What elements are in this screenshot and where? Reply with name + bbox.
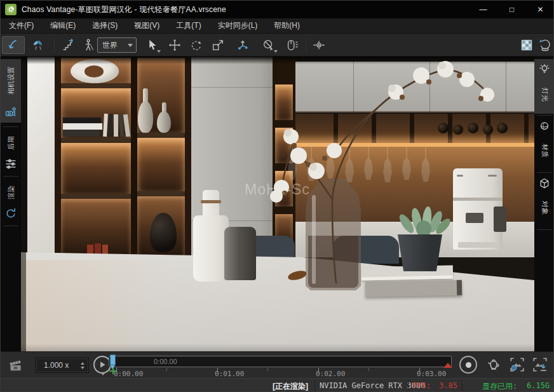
tick-minor [267, 368, 268, 371]
watermark: MoHe-Sc [245, 181, 310, 198]
menu-view[interactable]: 视图(V) [126, 18, 168, 34]
tab-camera-settings[interactable]: 相机设置 [1, 59, 21, 123]
select-tool-button[interactable] [142, 36, 162, 54]
chevron-down-icon [274, 50, 278, 53]
tick-label: 0:00.00 [114, 370, 143, 378]
menu-livesync[interactable]: 实时同步(L) [210, 18, 266, 34]
strip-separator [537, 172, 552, 173]
record-dot-icon [466, 362, 471, 368]
coordinate-space-select[interactable]: 世界 [97, 37, 137, 53]
snapshot-clock-icon [509, 356, 525, 373]
current-time-label: 0:00.00 [154, 358, 177, 365]
tick-label: 0:03.00 [417, 370, 446, 378]
tab-objects[interactable]: 对象 [534, 175, 554, 227]
play-icon [98, 360, 107, 369]
tab-post-processing[interactable]: 后期 [1, 129, 21, 173]
timeline-end-marker[interactable] [443, 363, 452, 368]
wings-icon [31, 38, 45, 52]
cotton-branch [21, 57, 534, 351]
menu-bar: 文件(F) 编辑(E) 选择(S) 视图(V) 工具(T) 实时同步(L) 帮助… [1, 18, 554, 34]
rotate-tool-button[interactable] [186, 36, 205, 54]
toolbar: 世界 曝光 1 [1, 34, 554, 57]
strip-separator [3, 176, 18, 177]
status-separator [314, 380, 315, 392]
object-cube-icon [538, 177, 551, 190]
menu-file[interactable]: 文件(F) [1, 18, 42, 34]
teapot-icon [485, 357, 503, 374]
scale-tool-button[interactable] [208, 36, 228, 54]
navigate-tool-button[interactable] [2, 36, 25, 54]
fps-label: FPS: [412, 381, 431, 390]
collision-toggle-button[interactable] [259, 36, 279, 54]
status-separator [462, 380, 463, 392]
menu-edit[interactable]: 编辑(E) [42, 18, 84, 34]
tab-lights[interactable]: 灯光 [534, 59, 554, 114]
left-panel-strip: 相机设置 后期 渲染 [1, 57, 21, 351]
mouse-icon [285, 38, 299, 52]
step-down-icon[interactable] [81, 367, 84, 369]
fps-value: 3.85 [439, 381, 457, 390]
maximize-button[interactable]: □ [497, 1, 526, 18]
material-sphere-icon [538, 120, 551, 133]
play-options-caret-icon[interactable] [101, 373, 105, 375]
path-tool-button[interactable] [58, 36, 78, 54]
transform-gizmo-button[interactable] [232, 36, 253, 54]
app-window: Chaos Vantage-草图联盟网汉化 - 现代轻奢餐厅AA.vrscene… [0, 0, 554, 392]
menu-tools[interactable]: 工具(T) [168, 18, 209, 34]
toolbar-separator [54, 38, 55, 52]
strip-separator [537, 115, 552, 116]
vram-value: 6.15G [527, 381, 550, 390]
turntable-rotate-icon [538, 38, 552, 52]
right-panel-strip: 灯光 材质 对象 [534, 57, 554, 351]
walk-tool-button[interactable] [79, 36, 98, 54]
coordinate-space-value: 世界 [102, 40, 118, 51]
timeline-track[interactable]: 0:00.00 [109, 356, 452, 367]
vram-label: 显存已用: [482, 381, 517, 392]
status-separator [408, 380, 409, 392]
tick-minor [166, 368, 167, 371]
render-teapot-button[interactable] [485, 357, 503, 376]
title-bar: Chaos Vantage-草图联盟网汉化 - 现代轻奢餐厅AA.vrscene… [1, 1, 554, 18]
rotate-icon [189, 38, 203, 52]
menu-help[interactable]: 帮助(H) [266, 18, 308, 34]
render-refresh-icon [4, 207, 17, 220]
transform-arrows-icon [236, 38, 250, 52]
snapshot-button[interactable] [509, 356, 525, 375]
status-bar: [正在渲染] NVIDIA GeForce RTX 3080 FPS: 3.85… [1, 378, 554, 392]
gpu-label: NVIDIA GeForce RTX 3080 [320, 381, 425, 390]
viewport-render[interactable]: MoHe-Sc [21, 57, 534, 351]
tab-lights-label: 灯光 [540, 88, 550, 102]
animation-clapper-icon [7, 357, 24, 374]
move-icon [168, 38, 182, 52]
menu-select[interactable]: 选择(S) [84, 18, 126, 34]
wall-edge-lower [21, 247, 26, 351]
navigate-cursor-icon [6, 38, 20, 52]
record-button[interactable] [459, 356, 477, 374]
minimize-button[interactable]: — [469, 1, 497, 18]
turntable-button[interactable] [537, 36, 553, 54]
sliders-icon [4, 158, 17, 170]
tab-render-label: 渲染 [6, 186, 16, 199]
speed-stepper[interactable] [81, 362, 84, 369]
timeline-bar: 1.000 x 0:00.00 0:00.00 0:01.00 0:02.00 … [1, 351, 554, 378]
tab-materials[interactable]: 材质 [534, 118, 554, 170]
material-swatch-button[interactable] [518, 36, 536, 54]
step-up-icon[interactable] [81, 362, 84, 365]
focus-point-button[interactable] [309, 36, 328, 54]
walk-person-icon [82, 38, 96, 52]
playback-speed-field[interactable]: 1.000 x [36, 358, 89, 373]
move-tool-button[interactable] [165, 36, 185, 54]
flythrough-tool-button[interactable] [27, 36, 49, 54]
timeline-playhead[interactable] [110, 355, 116, 365]
light-bulb-icon [538, 63, 551, 76]
save-image-icon [532, 356, 548, 373]
strip-separator [3, 226, 18, 226]
tab-render[interactable]: 渲染 [1, 179, 21, 223]
render-state-label: [正在渲染] [273, 381, 308, 392]
mouse-settings-button[interactable] [283, 36, 302, 54]
close-button[interactable]: ✕ [526, 1, 554, 18]
bottom-vignette [21, 344, 534, 351]
save-render-button[interactable] [532, 356, 548, 375]
swatch-grid-icon [520, 38, 534, 52]
tab-objects-label: 对象 [540, 201, 550, 215]
